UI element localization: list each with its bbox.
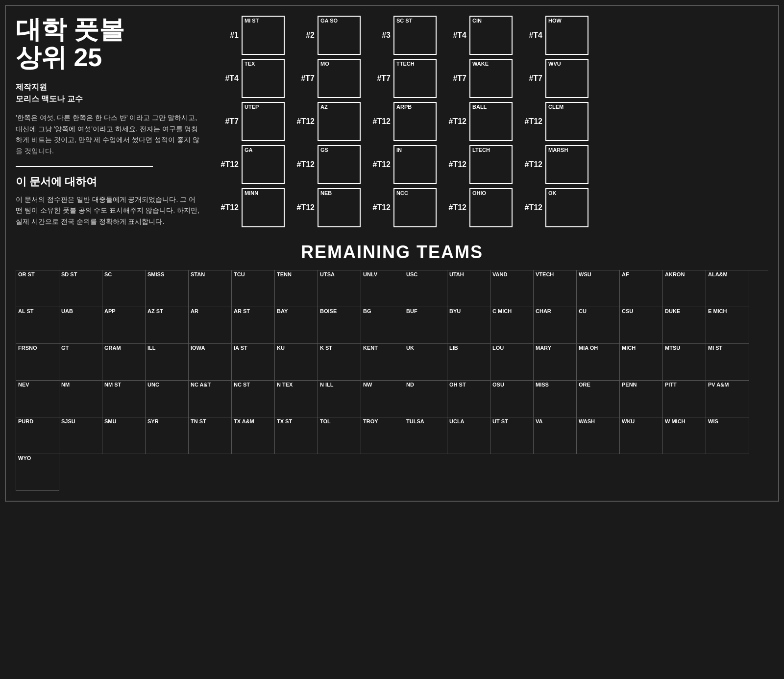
remaining-team-label-42: KENT xyxy=(363,345,378,351)
rank-label-4-3: #T12 xyxy=(440,203,466,212)
remaining-team-OSU: OSU xyxy=(490,381,534,417)
rank-label-1-1: #T7 xyxy=(288,74,315,83)
remaining-team-SYR: SYR xyxy=(146,417,189,454)
team-label-HOW: HOW xyxy=(548,18,562,24)
remaining-team-BOISE: BOISE xyxy=(318,307,361,344)
rank-label-0-4: #T4 xyxy=(515,31,542,40)
remaining-team-UTAH: UTAH xyxy=(447,270,490,307)
team-box-OHIO: OHIO xyxy=(469,188,513,227)
remaining-team-UTST: UT ST xyxy=(490,417,534,454)
remaining-team-label-80: VA xyxy=(536,419,542,424)
credit-text: 제작지원 모리스 맥도나 교수 xyxy=(16,81,202,105)
remaining-team-UK: UK xyxy=(404,344,447,381)
team-box-GASO: GA SO xyxy=(318,16,361,55)
remaining-team-NMST: NM ST xyxy=(102,381,146,417)
remaining-team-label-43: UK xyxy=(406,345,414,351)
rank-label-4-4: #T12 xyxy=(515,203,542,212)
remaining-team-CSU: CSU xyxy=(620,307,663,344)
rank-row-4: #T12MINN#T12NEB#T12NCC#T12OHIO#T12OK xyxy=(212,188,768,227)
team-label-MARSH: MARSH xyxy=(548,147,568,153)
remaining-team-FRSNO: FRSNO xyxy=(16,344,59,381)
remaining-team-NEV: NEV xyxy=(16,381,59,417)
remaining-team-SMISS: SMISS xyxy=(146,270,189,307)
remaining-team-ALAM: ALA&M xyxy=(706,270,749,307)
remaining-team-LIB: LIB xyxy=(447,344,490,381)
remaining-team-ILL: ILL xyxy=(146,344,189,381)
remaining-team-NCST: NC ST xyxy=(232,381,275,417)
rank-label-2-2: #T12 xyxy=(364,117,391,126)
remaining-team-label-36: GRAM xyxy=(104,345,121,351)
page-title: 대학 풋볼상위 25 xyxy=(16,16,202,72)
team-label-NCC: NCC xyxy=(396,191,408,196)
remaining-team-MICH: MICH xyxy=(620,344,663,381)
remaining-team-APP: APP xyxy=(102,307,146,344)
remaining-team-label-66: PITT xyxy=(665,382,677,388)
rank-label-2-0: #T7 xyxy=(212,117,239,126)
remaining-team-PITT: PITT xyxy=(663,381,706,417)
remaining-team-label-73: TX A&M xyxy=(234,419,254,424)
team-box-TEX: TEX xyxy=(242,59,285,98)
team-label-GS: GS xyxy=(320,147,328,153)
team-box-UTEP: UTEP xyxy=(242,102,285,141)
remaining-team-NM: NM xyxy=(59,381,102,417)
rank-label-4-0: #T12 xyxy=(212,203,239,212)
remaining-team-label-16: ALA&M xyxy=(708,272,728,277)
remaining-team-GRAM: GRAM xyxy=(102,344,146,381)
team-box-CIN: CIN xyxy=(469,16,513,55)
remaining-team-BG: BG xyxy=(361,307,404,344)
remaining-team-UTSA: UTSA xyxy=(318,270,361,307)
team-box-LTECH: LTECH xyxy=(469,145,513,184)
remaining-team-label-13: WSU xyxy=(579,272,591,277)
remaining-team-TXST: TX ST xyxy=(275,417,318,454)
remaining-team-ARST: AR ST xyxy=(232,307,275,344)
divider xyxy=(16,166,153,167)
remaining-team-WSU: WSU xyxy=(577,270,620,307)
remaining-team-label-31: CSU xyxy=(622,309,633,314)
remaining-team-label-17: AL ST xyxy=(18,309,34,314)
remaining-team-UNC: UNC xyxy=(146,381,189,417)
remaining-team-label-74: TX ST xyxy=(277,419,292,424)
remaining-team-PURD: PURD xyxy=(16,417,59,454)
team-label-ARPB: ARPB xyxy=(396,104,412,110)
remaining-team-label-52: NM xyxy=(61,382,70,388)
remaining-team-label-63: MISS xyxy=(536,382,549,388)
remaining-team-AR: AR xyxy=(189,307,232,344)
remaining-team-label-68: PURD xyxy=(18,419,33,424)
team-box-SCST: SC ST xyxy=(393,16,437,55)
remaining-team-label-40: KU xyxy=(277,345,285,351)
remaining-team-label-71: SYR xyxy=(147,419,159,424)
remaining-team-label-25: BG xyxy=(363,309,371,314)
remaining-team-label-46: MARY xyxy=(536,345,551,351)
remaining-team-WYO: WYO xyxy=(16,454,59,491)
remaining-team-label-54: UNC xyxy=(147,382,159,388)
team-box-BALL: BALL xyxy=(469,102,513,141)
remaining-team-label-53: NM ST xyxy=(104,382,121,388)
rank-label-3-0: #T12 xyxy=(212,160,239,169)
remaining-team-ND: ND xyxy=(404,381,447,417)
remaining-team-label-32: DUKE xyxy=(665,309,680,314)
remaining-team-VA: VA xyxy=(534,417,577,454)
remaining-team-label-19: APP xyxy=(104,309,116,314)
remaining-team-PENN: PENN xyxy=(620,381,663,417)
remaining-team-label-38: IOWA xyxy=(191,345,205,351)
remaining-team-label-78: UCLA xyxy=(449,419,465,424)
team-label-TTECH: TTECH xyxy=(396,61,415,67)
quote-text: '한쪽은 여섯, 다른 한쪽은 한 다스 반' 이라고 그만 말하시고, 대신에… xyxy=(16,112,202,156)
remaining-team-label-14: AF xyxy=(622,272,629,277)
rank-label-4-1: #T12 xyxy=(288,203,315,212)
remaining-team-label-35: GT xyxy=(61,345,69,351)
team-label-AZ: AZ xyxy=(320,104,328,110)
remaining-team-label-64: ORE xyxy=(579,382,590,388)
remaining-team-label-58: N ILL xyxy=(320,382,334,388)
remaining-team-label-56: NC ST xyxy=(234,382,250,388)
team-label-WAKE: WAKE xyxy=(472,61,489,67)
remaining-team-label-44: LIB xyxy=(449,345,458,351)
remaining-team-label-59: NW xyxy=(363,382,372,388)
remaining-team-PVAM: PV A&M xyxy=(706,381,749,417)
remaining-team-AF: AF xyxy=(620,270,663,307)
remaining-team-label-75: TOL xyxy=(320,419,331,424)
remaining-grid: OR STSD STSCSMISSSTANTCUTENNUTSAUNLVUSCU… xyxy=(16,270,768,491)
remaining-team-label-85: WYO xyxy=(18,456,31,461)
remaining-team-label-69: SJSU xyxy=(61,419,75,424)
remaining-team-MISS: MISS xyxy=(534,381,577,417)
